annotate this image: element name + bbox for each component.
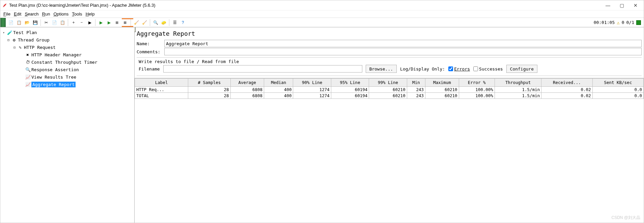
table-row[interactable]: TOTAL2868084001274601946021024360210100.… (135, 93, 644, 99)
column-header[interactable]: Throughput (495, 79, 541, 87)
warning-icon[interactable]: ⚠ (617, 20, 619, 25)
browse-button[interactable]: Browse... (366, 65, 397, 73)
menu-search[interactable]: Search (23, 11, 40, 17)
new-icon[interactable]: 📄 (7, 19, 15, 26)
menu-options[interactable]: Options (52, 11, 70, 17)
column-header[interactable]: Received... (541, 79, 592, 87)
templates-icon[interactable]: 📋 (15, 19, 23, 26)
table-cell: 60194 (331, 93, 369, 99)
column-header[interactable]: 90% Line (293, 79, 331, 87)
table-cell: 400 (264, 93, 293, 99)
menu-file[interactable]: File (2, 11, 12, 17)
status-bar: 00:01:05 ⚠ 0 0/1 (594, 20, 644, 25)
tooltip-clear: Clear (135, 27, 136, 32)
expand-icon[interactable]: ＋ (70, 19, 77, 26)
clear-all-icon[interactable]: 🧹 (141, 19, 148, 26)
tree-node-threadgroup[interactable]: ⊟ ⚙ Thread Group (0, 36, 134, 44)
node-icon: ⏱ (25, 60, 30, 65)
cut-icon[interactable]: ✂ (43, 19, 50, 26)
menu-edit[interactable]: Edit (12, 11, 23, 17)
table-cell: 60210 (425, 93, 459, 99)
start-remote-icon[interactable]: ▶ (105, 19, 113, 26)
menu-run[interactable]: Run (40, 11, 52, 17)
stop-icon[interactable]: ⏹ (113, 19, 121, 26)
column-header[interactable]: 95% Line (331, 79, 369, 87)
table-cell: 400 (264, 87, 293, 93)
table-cell: 0.02 (541, 93, 592, 99)
tree-node-label: Response Assertion (31, 67, 79, 72)
successes-checkbox[interactable]: Successes (473, 66, 503, 72)
node-icon: 📈 (25, 75, 30, 80)
paste-icon[interactable]: 📋 (59, 19, 66, 26)
table-cell: TOTAL (135, 93, 188, 99)
configure-button[interactable]: Configure (506, 65, 537, 73)
table-cell: 100.00% (459, 93, 495, 99)
clear-icon[interactable]: 🧹 (133, 19, 140, 26)
table-cell: 1.5/min (495, 87, 541, 93)
tree-node[interactable]: ✖HTTP Header Manager (0, 51, 134, 58)
table-row[interactable]: HTTP Req...28680840012746019460210243602… (135, 87, 644, 93)
name-label: Name: (137, 41, 161, 46)
start-icon[interactable]: ▶ (97, 19, 105, 26)
minimize-button[interactable]: ― (606, 3, 610, 8)
column-header[interactable]: Average (230, 79, 264, 87)
log-display-label: Log/Display Only: (400, 66, 445, 72)
tree-node-label: Constant Throughput Timer (31, 60, 97, 65)
tree-node[interactable]: ⏱Constant Throughput Timer (0, 58, 134, 66)
threadgroup-icon: ⚙ (12, 37, 17, 43)
collapse-icon[interactable]: － (78, 19, 85, 26)
column-header[interactable]: # Samples (188, 79, 230, 87)
filename-input[interactable] (163, 65, 362, 73)
tree-node-label: View Results Tree (31, 75, 76, 80)
file-group-label: Write results to file / Read from file (139, 59, 239, 64)
tree-node[interactable]: 📈View Results Tree (0, 73, 134, 81)
tree-node-httprequest[interactable]: ⊟ ✎ HTTP Request (0, 44, 134, 51)
comments-input[interactable] (164, 48, 642, 55)
column-header[interactable]: Min (407, 79, 425, 87)
help-icon[interactable]: ? (179, 19, 187, 26)
highlight-1 (122, 18, 133, 19)
reset-search-icon[interactable]: 🧽 (160, 19, 167, 26)
toolbar: 📄📋📂💾✂📄📋＋－▶▶▶⏹⏹🧹🧹🔍🧽☰? 00:01:05 ⚠ 0 0/1 (0, 18, 644, 27)
tree-node[interactable]: 📈Aggregate Report (0, 81, 134, 88)
name-input[interactable] (164, 40, 642, 47)
panel-title: Aggregate Report (137, 30, 642, 37)
save-icon[interactable]: 💾 (31, 19, 39, 26)
maximize-button[interactable]: ▢ (620, 3, 624, 8)
toggle-icon[interactable]: ▶ (86, 19, 93, 26)
results-table[interactable]: Label# SamplesAverageMedian90% Line95% L… (135, 78, 644, 99)
close-button[interactable]: ✕ (634, 3, 638, 8)
testplan-icon: 🧪 (7, 30, 12, 35)
function-helper-icon[interactable]: ☰ (171, 19, 178, 26)
table-cell: HTTP Req... (135, 87, 188, 93)
table-cell: 0.0 (592, 87, 643, 93)
collapse-icon[interactable]: ⊟ (12, 46, 17, 49)
tree-node-label: Thread Group (18, 37, 50, 43)
open-icon[interactable]: 📂 (23, 19, 31, 26)
successes-checkbox-input[interactable] (473, 66, 478, 71)
column-header[interactable]: Label (135, 79, 188, 87)
menu-help[interactable]: Help (84, 11, 96, 17)
search-icon[interactable]: 🔍 (152, 19, 159, 26)
collapse-icon[interactable]: ⊟ (6, 38, 10, 42)
tree-node-label: HTTP Request (24, 45, 56, 50)
column-header[interactable]: Error % (459, 79, 495, 87)
shutdown-icon[interactable]: ⏹ (121, 19, 129, 26)
elapsed-time: 00:01:05 (594, 20, 615, 25)
tree-node-root[interactable]: ▾ 🧪 Test Plan (0, 29, 134, 36)
collapse-icon[interactable]: ▾ (2, 31, 6, 34)
table-cell: 60210 (369, 93, 407, 99)
column-header[interactable]: Maximum (425, 79, 459, 87)
copy-icon[interactable]: 📄 (51, 19, 58, 26)
tree-node-label: HTTP Header Manager (31, 52, 82, 57)
menu-tools[interactable]: Tools (70, 11, 84, 17)
comments-label: Comments: (137, 49, 161, 54)
column-header[interactable]: Median (264, 79, 293, 87)
sampler-icon: ✎ (18, 45, 23, 50)
column-header[interactable]: 99% Line (369, 79, 407, 87)
errors-checkbox[interactable]: Errors (448, 66, 470, 72)
errors-checkbox-input[interactable] (448, 66, 453, 71)
column-header[interactable]: Sent KB/sec (592, 79, 643, 87)
tree-node[interactable]: 🔍Response Assertion (0, 66, 134, 73)
test-plan-tree[interactable]: ▾ 🧪 Test Plan ⊟ ⚙ Thread Group ⊟ ✎ HTTP … (0, 27, 135, 223)
